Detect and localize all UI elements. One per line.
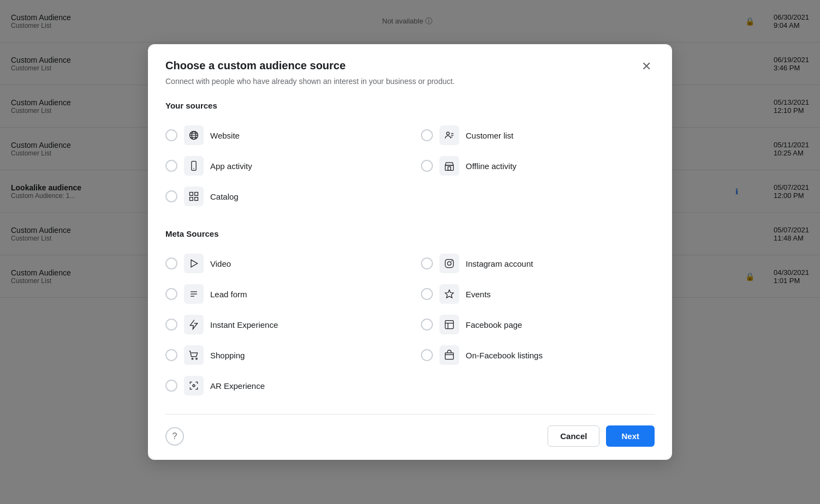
modal-body: Your sources Website Customer list: [165, 101, 655, 405]
radio-catalog[interactable]: [165, 190, 177, 202]
close-button[interactable]: ✕: [638, 59, 655, 74]
lead-form-icon: [188, 289, 199, 299]
ar-icon-box: [184, 376, 204, 395]
mobile-icon: [188, 160, 199, 171]
lead-form-icon-box: [184, 284, 204, 304]
modal-header: Choose a custom audience source ✕: [165, 59, 655, 74]
option-video[interactable]: Video: [165, 248, 399, 279]
modal-overlay: Choose a custom audience source ✕ Connec…: [0, 0, 820, 504]
svg-point-20: [448, 262, 451, 266]
globe-icon: [188, 130, 199, 141]
svg-rect-14: [190, 193, 193, 196]
grid-icon-box: [184, 187, 204, 206]
radio-shopping[interactable]: [165, 349, 177, 361]
cart-icon: [188, 350, 199, 361]
radio-instagram[interactable]: [421, 257, 433, 269]
radio-video[interactable]: [165, 257, 177, 269]
svg-marker-25: [445, 290, 454, 298]
option-video-label: Video: [210, 259, 231, 268]
svg-rect-31: [445, 353, 454, 359]
option-offline-activity-label: Offline activity: [466, 161, 516, 171]
svg-rect-17: [195, 197, 198, 201]
svg-rect-13: [448, 167, 451, 171]
events-icon: [444, 289, 455, 299]
svg-rect-19: [445, 260, 454, 268]
option-shopping-label: Shopping: [210, 351, 245, 360]
facebook-page-icon-box: [439, 315, 459, 334]
option-ar-experience[interactable]: AR Experience: [165, 370, 399, 401]
option-catalog-label: Catalog: [210, 192, 239, 201]
your-sources-grid: Website Customer list App activi: [165, 120, 655, 212]
store-icon-box: [439, 156, 459, 176]
svg-point-5: [447, 132, 449, 135]
radio-facebook-page[interactable]: [421, 319, 433, 331]
radio-events[interactable]: [421, 288, 433, 300]
option-app-activity-label: App activity: [210, 161, 252, 171]
customer-list-icon-box: [439, 125, 459, 145]
option-catalog[interactable]: Catalog: [165, 181, 399, 212]
svg-rect-9: [192, 161, 196, 171]
listings-icon: [444, 350, 455, 361]
option-instant-experience-label: Instant Experience: [210, 320, 278, 329]
modal-title: Choose a custom audience source: [165, 59, 346, 72]
option-website[interactable]: Website: [165, 120, 399, 151]
meta-sources-grid: Video Instagram account Lead for: [165, 248, 655, 401]
ar-icon: [188, 380, 199, 391]
globe-icon-box: [184, 125, 204, 145]
svg-point-30: [196, 358, 198, 359]
cancel-button[interactable]: Cancel: [548, 425, 599, 447]
option-lead-form-label: Lead form: [210, 290, 247, 299]
your-sources-label: Your sources: [165, 101, 655, 110]
radio-instant-experience[interactable]: [165, 319, 177, 331]
svg-point-29: [192, 358, 193, 359]
events-icon-box: [439, 284, 459, 304]
option-website-label: Website: [210, 131, 240, 140]
radio-customer-list[interactable]: [421, 129, 433, 141]
radio-lead-form[interactable]: [165, 288, 177, 300]
play-icon: [188, 258, 199, 269]
instagram-icon-box: [439, 254, 459, 273]
custom-audience-modal: Choose a custom audience source ✕ Connec…: [148, 44, 672, 460]
option-facebook-page-label: Facebook page: [466, 320, 522, 329]
customer-list-icon: [444, 130, 455, 141]
help-button[interactable]: ?: [165, 427, 184, 446]
option-facebook-page[interactable]: Facebook page: [421, 309, 655, 340]
option-on-facebook-listings-label: On-Facebook listings: [466, 351, 543, 360]
modal-subtitle: Connect with people who have already sho…: [165, 77, 655, 86]
radio-website[interactable]: [165, 129, 177, 141]
instagram-icon: [444, 258, 455, 269]
mobile-icon-box: [184, 156, 204, 176]
svg-marker-18: [191, 260, 198, 267]
option-customer-list[interactable]: Customer list: [421, 120, 655, 151]
footer-actions: Cancel Next: [548, 425, 655, 447]
radio-app-activity[interactable]: [165, 160, 177, 172]
modal-footer: ? Cancel Next: [165, 414, 655, 447]
next-button[interactable]: Next: [606, 425, 655, 447]
option-lead-form[interactable]: Lead form: [165, 279, 399, 309]
option-instagram[interactable]: Instagram account: [421, 248, 655, 279]
option-shopping[interactable]: Shopping: [165, 340, 399, 370]
option-instagram-label: Instagram account: [466, 259, 533, 268]
option-customer-list-label: Customer list: [466, 131, 514, 140]
radio-offline-activity[interactable]: [421, 160, 433, 172]
lightning-icon: [188, 319, 199, 330]
option-events[interactable]: Events: [421, 279, 655, 309]
option-app-activity[interactable]: App activity: [165, 151, 399, 181]
option-ar-experience-label: AR Experience: [210, 381, 265, 391]
svg-line-36: [194, 386, 195, 387]
meta-sources-label: Meta Sources: [165, 229, 655, 238]
lightning-icon-box: [184, 315, 204, 334]
option-offline-activity[interactable]: Offline activity: [421, 151, 655, 181]
option-on-facebook-listings[interactable]: On-Facebook listings: [421, 340, 655, 370]
option-events-label: Events: [466, 290, 491, 299]
option-instant-experience[interactable]: Instant Experience: [165, 309, 399, 340]
svg-point-21: [451, 261, 453, 262]
svg-rect-11: [445, 165, 454, 170]
svg-rect-15: [195, 193, 198, 196]
radio-on-facebook-listings[interactable]: [421, 349, 433, 361]
listings-icon-box: [439, 345, 459, 365]
radio-ar-experience[interactable]: [165, 380, 177, 392]
facebook-page-icon: [444, 319, 455, 330]
play-icon-box: [184, 254, 204, 273]
svg-rect-16: [190, 197, 193, 201]
